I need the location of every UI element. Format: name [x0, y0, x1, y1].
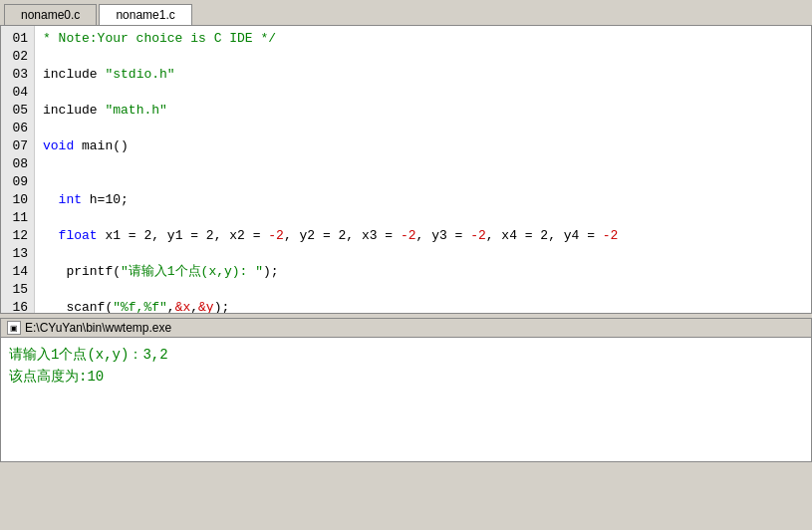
output-title-bar: ▣ E:\CYuYan\bin\wwtemp.exe: [1, 319, 811, 338]
output-panel: ▣ E:\CYuYan\bin\wwtemp.exe 请输入1个点(x,y)：3…: [0, 318, 812, 462]
tab-noname0[interactable]: noname0.c: [4, 4, 97, 25]
tab-bar: noname0.c noname1.c: [0, 0, 812, 25]
output-icon: ▣: [7, 321, 21, 335]
tab-noname1[interactable]: noname1.c: [99, 4, 191, 25]
output-line-2: 该点高度为:10: [9, 366, 803, 388]
output-content: 请输入1个点(x,y)：3,2 该点高度为:10: [1, 338, 811, 394]
output-path: E:\CYuYan\bin\wwtemp.exe: [25, 321, 171, 335]
code-content[interactable]: * Note:Your choice is C IDE */ include "…: [35, 26, 811, 313]
line-numbers: 0102030405060708091011121314151617: [1, 26, 35, 313]
output-line-1: 请输入1个点(x,y)：3,2: [9, 344, 803, 366]
editor-area: 0102030405060708091011121314151617 * Not…: [0, 25, 812, 314]
